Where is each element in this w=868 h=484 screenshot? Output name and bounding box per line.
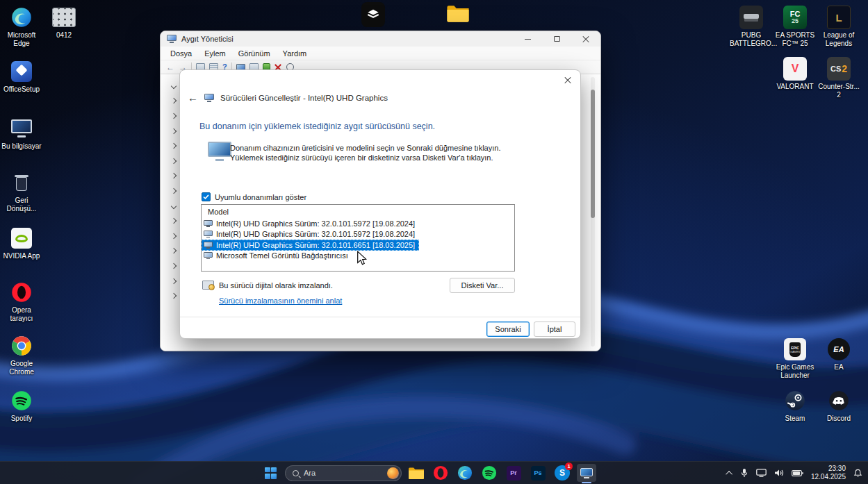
desktop-icon-edge[interactable]: Microsoft Edge	[0, 6, 43, 48]
search-box[interactable]: Ara	[285, 465, 402, 481]
chevron-right-icon[interactable]	[171, 263, 177, 269]
desktop-icon-pubg[interactable]: PUBG BATTLEGRO...	[730, 6, 773, 48]
show-compatible-checkbox[interactable]	[202, 192, 211, 201]
have-disk-button[interactable]: Disketi Var...	[450, 278, 515, 293]
driver-list-item[interactable]: Intel(R) UHD Graphics Sürüm: 32.0.101.59…	[202, 229, 419, 240]
wizard-title: Sürücüleri Güncelleştir - Intel(R) UHD G…	[220, 94, 388, 102]
battery-icon[interactable]	[792, 470, 803, 476]
computer-icon	[10, 117, 33, 140]
taskbar-skype[interactable]: S 1	[552, 464, 572, 482]
taskbar-clock[interactable]: 23:30 12.04.2025	[811, 465, 846, 482]
driver-item-label: Microsoft Temel Görüntü Bağdaştırıcısı	[216, 251, 348, 260]
next-button[interactable]: Sonraki	[486, 322, 530, 337]
desktop-icon-valorant[interactable]: V VALORANT	[773, 57, 817, 91]
chevron-right-icon[interactable]	[171, 278, 177, 283]
menu-file[interactable]: Dosya	[165, 48, 197, 59]
valorant-icon: V	[783, 57, 807, 81]
driver-list-item[interactable]: Microsoft Temel Görüntü Bağdaştırıcısı	[202, 251, 352, 262]
cancel-button[interactable]: İptal	[534, 322, 575, 337]
taskbar-opera[interactable]	[431, 464, 450, 482]
chevron-right-icon[interactable]	[171, 233, 177, 238]
maximize-button[interactable]	[542, 31, 571, 47]
chevron-right-icon[interactable]	[171, 128, 177, 133]
desktop-icon-ea[interactable]: EA EA	[817, 337, 860, 372]
discord-icon	[827, 389, 851, 412]
chevron-right-icon[interactable]	[171, 158, 177, 164]
check-icon	[203, 194, 209, 199]
menu-help[interactable]: Yardım	[277, 48, 313, 59]
desktop-icon-folder[interactable]	[436, 1, 480, 25]
chevron-right-icon[interactable]	[171, 218, 177, 224]
desktop-icon-cs2[interactable]: CS2 Counter-Str... 2	[817, 57, 860, 99]
desktop-icon-nvidia[interactable]: NVIDIA App	[0, 226, 43, 260]
chevron-right-icon[interactable]	[171, 173, 177, 178]
close-icon	[582, 35, 589, 42]
skype-icon: S 1	[555, 465, 570, 481]
taskbar-device-manager-active[interactable]	[577, 464, 596, 482]
display-adapter-icon	[204, 231, 213, 237]
desktop-icon-recycle-bin[interactable]: Geri Dönüşü...	[0, 171, 43, 213]
speaker-icon[interactable]	[774, 469, 784, 477]
display-tray-icon[interactable]	[756, 469, 767, 477]
chevron-right-icon[interactable]	[171, 113, 177, 119]
desktop-icon-opera[interactable]: Opera tarayıcı	[0, 281, 43, 323]
wizard-description: Donanım cihazınızın üreticisini ve model…	[230, 143, 509, 162]
menu-view[interactable]: Görünüm	[233, 48, 276, 59]
photoshop-icon: Ps	[531, 466, 546, 481]
back-icon[interactable]: ←	[166, 63, 174, 72]
desktop-icon-epic[interactable]: EPICGAMES Epic Games Launcher	[773, 337, 817, 380]
desktop-icon-fc25[interactable]: FC25 EA SPORTS FC™ 25	[773, 6, 817, 48]
chevron-right-icon[interactable]	[171, 248, 177, 253]
driver-item-label: Intel(R) UHD Graphics Sürüm: 32.0.101.59…	[216, 230, 415, 238]
chevron-down-icon[interactable]	[171, 203, 177, 208]
edge-icon	[10, 6, 33, 29]
menu-action[interactable]: Eylem	[199, 48, 231, 59]
desktop-icon-chrome[interactable]: Google Chrome	[0, 334, 43, 376]
desktop-icon-label: Opera tarayıcı	[0, 306, 43, 323]
microphone-icon[interactable]	[740, 468, 748, 478]
desktop-icon-this-pc[interactable]: Bu bilgisayar	[0, 117, 43, 151]
desktop-icon-capcut[interactable]	[352, 3, 395, 26]
minimize-button[interactable]	[513, 31, 542, 47]
desktop-icon-lol[interactable]: L League of Legends	[817, 6, 860, 48]
spotify-icon	[482, 465, 497, 481]
scrollbar-thumb[interactable]	[591, 90, 595, 218]
maximize-icon	[554, 36, 560, 42]
start-button[interactable]	[265, 467, 277, 479]
hardware-icon	[208, 142, 231, 161]
folder-icon	[446, 1, 470, 25]
chevron-down-icon[interactable]	[171, 83, 177, 89]
scrollbar[interactable]	[591, 77, 595, 347]
taskbar-photoshop[interactable]: Ps	[528, 464, 548, 482]
close-button[interactable]	[571, 31, 600, 47]
show-compatible-label[interactable]: Uyumlu donanımları göster	[215, 193, 306, 201]
driver-signing-link[interactable]: Sürücü imzalamasının önemini anlat	[219, 297, 342, 305]
wizard-back-icon[interactable]: ←	[188, 92, 198, 103]
installer-icon	[10, 60, 33, 83]
notification-bell-icon[interactable]	[853, 469, 862, 478]
desktop-icon-label: 0412	[56, 31, 72, 40]
display-adapter-icon	[204, 220, 213, 227]
window-titlebar[interactable]: Aygıt Yöneticisi	[161, 31, 600, 47]
desktop-icon-officesetup[interactable]: OfficeSetup	[0, 60, 43, 94]
desktop-icon-spotify[interactable]: Spotify	[0, 389, 43, 423]
desktop-icon-steam[interactable]: Steam	[773, 389, 817, 423]
desktop-icon-label: Geri Dönüşü...	[0, 197, 43, 213]
chevron-right-icon[interactable]	[171, 143, 177, 149]
chevron-right-icon[interactable]	[171, 98, 177, 103]
desktop-icon-0412[interactable]: 0412	[42, 6, 85, 40]
chevron-right-icon[interactable]	[171, 188, 177, 194]
capcut-icon	[361, 3, 385, 26]
device-manager-app-icon	[167, 35, 177, 43]
taskbar-premiere[interactable]: Pr	[504, 464, 523, 482]
desktop-icon-discord[interactable]: Discord	[817, 389, 860, 423]
taskbar-edge[interactable]	[455, 464, 475, 482]
taskbar-spotify[interactable]	[480, 464, 499, 482]
driver-list-item[interactable]: Intel(R) UHD Graphics Sürüm: 32.0.101.59…	[202, 218, 419, 229]
taskbar-explorer[interactable]	[407, 464, 426, 482]
chevron-right-icon[interactable]	[171, 293, 177, 299]
driver-list-item-selected[interactable]: Intel(R) UHD Graphics Sürüm: 32.0.101.66…	[202, 240, 419, 251]
hidden-icons-chevron[interactable]	[726, 470, 732, 477]
image-thumbnail-icon	[52, 6, 76, 29]
dialog-close-button[interactable]	[562, 75, 573, 86]
